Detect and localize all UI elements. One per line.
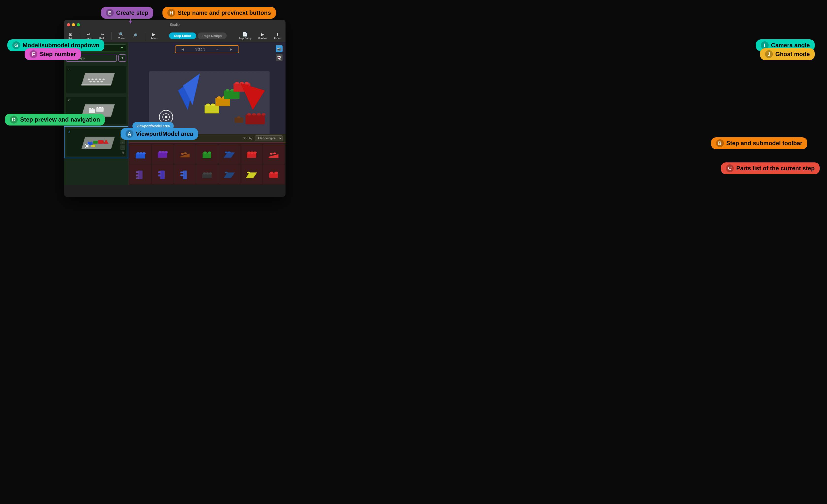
preview-icon: ▶ (261, 32, 264, 37)
svg-rect-51 (246, 115, 265, 124)
svg-point-108 (270, 171, 274, 174)
select-button[interactable]: ▶ Select (149, 31, 159, 41)
page-setup-button[interactable]: 📄 Page Setup (237, 31, 253, 41)
part-piece-9 (156, 167, 169, 181)
tab-page-design[interactable]: Page Design (198, 33, 227, 39)
next-step-button[interactable]: ▶ (230, 47, 233, 51)
annotation-C: C Parts list of the current step (721, 162, 820, 174)
svg-marker-105 (246, 172, 257, 178)
svg-rect-24 (98, 140, 104, 144)
part-piece-14 (267, 167, 280, 181)
preview-button[interactable]: ▶ Preview (257, 31, 269, 41)
svg-point-101 (206, 172, 209, 174)
svg-point-68 (142, 152, 146, 154)
step-delete-icon[interactable]: 🗑 (121, 151, 125, 155)
svg-point-21 (88, 142, 90, 143)
annotation-letter-C: C (726, 164, 734, 172)
annotation-B: B Step and submodel toolbar (711, 137, 807, 149)
ghost-mode-button[interactable]: 👻 (276, 54, 283, 61)
svg-point-52 (247, 113, 251, 116)
svg-rect-95 (158, 174, 161, 177)
annotation-letter-D: D (10, 116, 18, 123)
svg-point-102 (209, 172, 212, 174)
part-cell-1[interactable] (130, 144, 151, 164)
zoom-out-button[interactable]: 🔎 (131, 32, 139, 39)
svg-point-22 (91, 142, 92, 143)
select-icon: ▶ (152, 32, 155, 37)
part-cell-4[interactable] (196, 144, 218, 164)
right-panel: ◀ Step 3 ✏ ▶ 📷 👻 (129, 42, 286, 185)
chevron-down-icon: ▼ (120, 46, 124, 50)
step-move-bottom-button[interactable]: ⇊ (120, 145, 125, 150)
part-piece-2 (156, 147, 169, 161)
export-button[interactable]: ⬇ Export (273, 31, 283, 41)
tab-step-editor[interactable]: Step Editor (169, 33, 196, 39)
svg-point-35 (206, 104, 210, 106)
svg-rect-94 (158, 171, 161, 173)
svg-point-4 (95, 79, 97, 80)
sort-by-label: Sort by: (243, 137, 253, 140)
svg-rect-97 (181, 171, 184, 173)
step-item-3[interactable]: 3 ⇈ ↑ ↓ ⇊ (64, 126, 128, 158)
svg-marker-0 (82, 73, 115, 85)
svg-point-83 (247, 151, 251, 154)
edit-step-name-button[interactable]: ✏ (216, 48, 218, 51)
annotation-F: F Step number (25, 48, 81, 60)
part-cell-11[interactable] (196, 164, 218, 184)
part-piece-5 (223, 147, 236, 161)
svg-point-15 (92, 108, 94, 109)
part-cell-8[interactable] (130, 164, 151, 184)
window-title: Studio (170, 22, 180, 27)
svg-point-49 (245, 82, 249, 85)
svg-marker-103 (224, 172, 235, 178)
toolbar-sep-2 (111, 32, 112, 40)
step-item-1[interactable]: 1 (64, 64, 128, 95)
prev-step-button[interactable]: ◀ (181, 47, 184, 51)
svg-rect-38 (215, 98, 230, 106)
step-move-down-button[interactable]: ↓ (120, 140, 125, 145)
sort-area: Sort by: Chronological (243, 135, 283, 141)
part-cell-6[interactable] (240, 144, 262, 164)
svg-point-47 (235, 82, 239, 85)
viewport[interactable]: ◀ Step 3 ✏ ▶ 📷 👻 (129, 42, 286, 134)
zoom-in-icon: 🔍 (119, 32, 124, 37)
svg-point-16 (96, 107, 98, 108)
part-cell-14[interactable] (263, 164, 285, 184)
part-cell-12[interactable] (218, 164, 240, 184)
annotation-letter-E: E (106, 9, 114, 17)
annotation-letter-H: H (167, 9, 175, 17)
part-cell-2[interactable] (152, 144, 173, 164)
part-cell-13[interactable] (240, 164, 262, 184)
ghost-icon: 👻 (277, 56, 281, 59)
part-cell-9[interactable] (152, 164, 173, 184)
svg-rect-23 (93, 141, 98, 144)
maximize-button[interactable] (77, 23, 80, 26)
part-cell-7[interactable] (263, 144, 285, 164)
part-piece-6 (245, 147, 258, 161)
svg-marker-19 (82, 137, 115, 149)
svg-point-106 (247, 171, 250, 173)
svg-point-36 (211, 104, 215, 106)
annotation-J: J Ghost mode (760, 48, 815, 60)
close-button[interactable] (67, 23, 70, 26)
svg-point-66 (136, 152, 140, 154)
camera-angle-button[interactable]: 📷 (276, 45, 283, 52)
step-number-2: 2 (68, 98, 70, 102)
svg-point-2 (88, 79, 90, 80)
svg-point-14 (89, 108, 91, 109)
part-piece-13 (245, 167, 258, 181)
svg-rect-98 (181, 174, 184, 176)
step-export-button[interactable]: ⬆ (118, 54, 126, 62)
sort-select[interactable]: Chronological (255, 135, 283, 141)
svg-rect-12 (89, 109, 95, 113)
svg-point-55 (262, 113, 265, 116)
part-cell-3[interactable] (174, 144, 196, 164)
step-number-1: 1 (68, 67, 70, 70)
zoom-in-button[interactable]: 🔍 Zoom (117, 31, 126, 41)
svg-point-10 (100, 81, 103, 83)
part-cell-10[interactable] (174, 164, 196, 184)
export-icon: ⬇ (276, 32, 279, 37)
svg-point-39 (217, 96, 221, 99)
minimize-button[interactable] (72, 23, 75, 26)
part-cell-5[interactable] (218, 144, 240, 164)
